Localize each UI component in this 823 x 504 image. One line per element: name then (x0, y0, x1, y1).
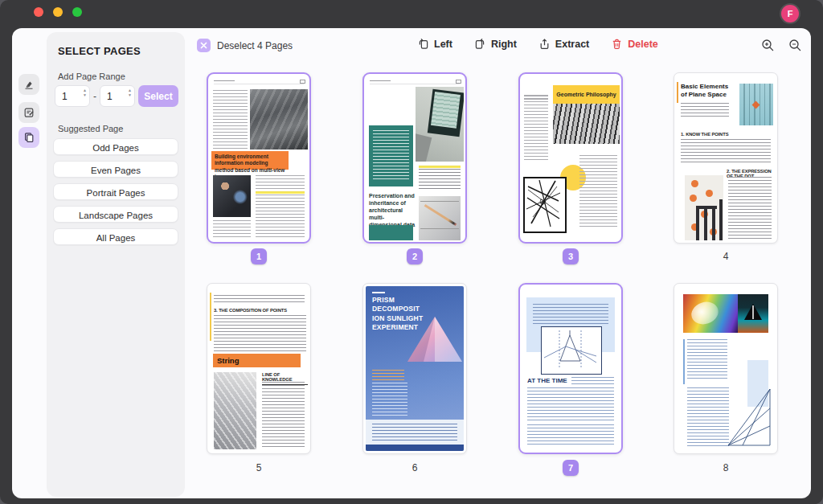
account-avatar[interactable]: F (781, 5, 799, 23)
even-pages-button[interactable]: Even Pages (53, 161, 178, 178)
page-preview-4: Basic Elements of Plane Space 1. KNOW TH… (677, 76, 775, 240)
page-number-badge: 3 (563, 248, 579, 264)
prism-photo (406, 315, 464, 363)
zoom-in-icon[interactable] (761, 39, 775, 52)
zoom-controls (761, 39, 802, 52)
range-separator: - (93, 91, 96, 102)
page-preview-3: Geometric Philosophy (522, 76, 620, 240)
stepper-arrows-icon[interactable]: ▲▼ (83, 88, 87, 97)
page5-banner: String (213, 354, 301, 367)
suggested-page-label: Suggested Page (58, 123, 123, 134)
page-number: 6 (362, 462, 467, 473)
page2-title: Preservation and inheritance of architec… (369, 192, 416, 228)
page-preview-5: 3. THE COMPOSITION OF POINTS String LINE… (210, 286, 308, 451)
odd-pages-button[interactable]: Odd Pages (53, 138, 178, 155)
page-thumbnail-2[interactable]: Preservation and inheritance of architec… (362, 72, 467, 244)
landscape-pages-button[interactable]: Landscape Pages (53, 206, 178, 223)
rotate-left-button[interactable]: Left (417, 38, 452, 50)
page4-title: Basic Elements of Plane Space (681, 83, 734, 99)
extract-button[interactable]: Extract (538, 38, 589, 50)
page-thumbnail-5[interactable]: 3. THE COMPOSITION OF POINTS String LINE… (207, 283, 311, 454)
tool-annotate-button[interactable] (18, 102, 39, 123)
panel-title: SELECT PAGES (58, 45, 141, 58)
page1-title: Building environment information modelin… (211, 151, 289, 170)
pages-icon (23, 132, 35, 143)
content-area: SELECT PAGES Add Page Range ▲▼ - ▲▼ Sele… (12, 28, 811, 498)
page-thumbnail-7[interactable]: AT THE TIME (518, 283, 623, 454)
rotate-left-icon (417, 38, 429, 50)
rotate-right-label: Right (491, 39, 517, 50)
rotate-left-label: Left (434, 39, 452, 50)
deselect-check-icon (197, 39, 211, 52)
delete-label: Delete (628, 39, 658, 50)
page-preview-6: PRISM DECOMPOSIT ION SUNLIGHT EXPERIMENT (366, 286, 464, 451)
highlighter-icon (23, 79, 35, 90)
page-range-row: ▲▼ - ▲▼ Select (55, 85, 178, 107)
page-thumbnail-1[interactable]: Building environment information modelin… (207, 72, 311, 244)
stepper-arrows-icon[interactable]: ▲▼ (128, 88, 132, 97)
trash-icon (611, 38, 623, 50)
page5-heading1: 3. THE COMPOSITION OF POINTS (214, 308, 287, 313)
extract-label: Extract (555, 39, 589, 50)
page-number: 5 (207, 462, 311, 473)
prism-diagram (542, 327, 599, 371)
note-edit-icon (23, 107, 35, 118)
titlebar: F (0, 0, 823, 28)
select-pages-panel: SELECT PAGES Add Page Range ▲▼ - ▲▼ Sele… (47, 32, 185, 497)
deselect-pages-button[interactable]: Deselect 4 Pages (197, 39, 293, 52)
page3-title: Geometric Philosophy (553, 85, 620, 104)
select-range-button[interactable]: Select (138, 85, 178, 107)
page4-heading1: 1. KNOW THE POINTS (681, 132, 728, 137)
page-thumbnail-4[interactable]: Basic Elements of Plane Space 1. KNOW TH… (674, 72, 778, 244)
page-preview-1: Building environment information modelin… (210, 76, 308, 240)
page-number: 8 (674, 462, 778, 473)
page-preview-7: AT THE TIME (522, 286, 620, 451)
close-window-button[interactable] (34, 7, 43, 17)
page-thumbnail-6[interactable]: PRISM DECOMPOSIT ION SUNLIGHT EXPERIMENT (362, 283, 467, 454)
page-preview-2: Preservation and inheritance of architec… (366, 76, 464, 240)
page-number-badge: 7 (563, 460, 579, 476)
page-number-badge: 1 (251, 248, 267, 264)
page-thumbnail-8[interactable] (674, 283, 778, 454)
zoom-out-icon[interactable] (788, 39, 802, 52)
all-pages-button[interactable]: All Pages (53, 228, 178, 245)
page-actions: Left Right Extract (417, 38, 658, 50)
delete-button[interactable]: Delete (611, 38, 658, 50)
tool-pages-button[interactable] (18, 127, 39, 148)
tool-highlighter-button[interactable] (18, 74, 39, 95)
triangle-line-art (727, 381, 773, 449)
geometric-line-art (525, 178, 562, 228)
rotate-right-button[interactable]: Right (474, 38, 517, 50)
zoom-window-button[interactable] (72, 7, 82, 17)
extract-icon (538, 38, 551, 50)
page-preview-8 (677, 286, 775, 451)
rotate-right-icon (474, 38, 486, 50)
deselect-label: Deselect 4 Pages (217, 40, 293, 51)
minimize-window-button[interactable] (53, 7, 63, 17)
page-number-badge: 2 (407, 248, 423, 264)
portrait-pages-button[interactable]: Portrait Pages (53, 183, 178, 200)
add-page-range-label: Add Page Range (58, 71, 125, 82)
app-window: F SELECT PAGES Add P (0, 0, 823, 504)
page-thumbnail-3[interactable]: Geometric Philosophy (518, 72, 623, 244)
page7-heading: AT THE TIME (527, 378, 567, 384)
page-number: 4 (674, 251, 778, 262)
